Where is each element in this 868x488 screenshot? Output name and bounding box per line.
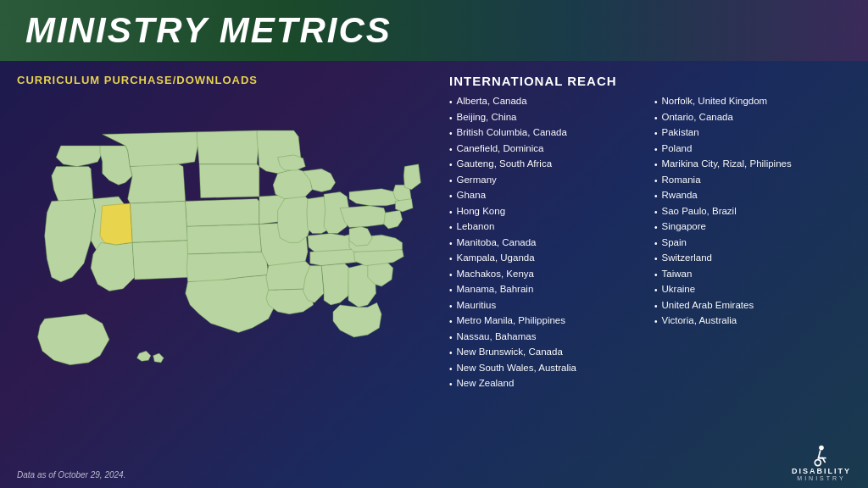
bullet-icon: • [654,269,658,281]
country-col-1: •Alberta, Canada•Beijing, China•British … [449,95,646,393]
footer-date: Data as of October 29, 2024. [17,470,125,480]
list-item: •Poland [654,142,851,156]
bullet-icon: • [449,269,453,281]
state-me [403,164,420,190]
logo-area: Disability Ministry [792,443,851,481]
list-item: •Spain [654,236,851,250]
list-item: •New South Wales, Australia [449,362,646,375]
list-item: •Sao Paulo, Brazil [654,205,851,219]
curriculum-section-title: Curriculum Purchase/Downloads [17,74,432,86]
main-content: Curriculum Purchase/Downloads [0,61,868,485]
bullet-icon: • [449,347,453,359]
countries-grid: •Alberta, Canada•Beijing, China•British … [449,95,851,393]
state-ny [349,189,400,206]
list-item: •Rwanda [654,189,851,202]
bullet-icon: • [654,159,658,171]
state-al [321,263,349,305]
list-item: •Ghana [449,189,646,202]
bullet-icon: • [654,253,658,265]
bullet-icon: • [654,222,658,234]
bullet-icon: • [449,316,453,328]
state-id [100,146,132,185]
bullet-icon: • [449,159,453,171]
svg-point-0 [819,446,824,451]
list-item: •Hong Kong [449,205,646,219]
bullet-icon: • [449,332,453,344]
list-item: •Manitoba, Canada [449,236,646,250]
bullet-icon: • [449,113,453,125]
state-wy [128,164,186,203]
bullet-icon: • [449,301,453,313]
us-map [17,93,432,415]
wheelchair-icon [810,443,833,467]
list-item: •Pakistan [654,126,851,140]
bullet-icon: • [449,379,453,391]
list-item: •Mauritius [449,299,646,313]
list-item: •Canefield, Dominica [449,142,646,156]
bullet-icon: • [654,113,658,125]
bullet-icon: • [654,301,658,313]
page-title: Ministry Metrics [25,10,392,51]
state-ne [186,199,259,227]
state-wa [56,146,102,167]
state-tx [186,275,275,333]
bullet-icon: • [449,253,453,265]
state-pa [340,206,386,228]
state-ut [100,203,132,245]
bullet-icon: • [449,207,453,219]
state-hi [137,351,151,361]
state-nm [132,241,190,280]
state-nd [197,130,259,164]
list-item: •Switzerland [654,252,851,265]
list-item: •Beijing, China [449,111,646,125]
list-item: •Singapore [654,220,851,234]
list-item: •United Arab Emirates [654,299,851,313]
state-ak [38,314,109,365]
list-item: •British Columbia, Canada [449,126,646,140]
bullet-icon: • [654,238,658,250]
bullet-icon: • [449,191,453,202]
state-ca [45,199,96,282]
bullet-icon: • [654,144,658,156]
bullet-icon: • [449,97,453,108]
state-fl [333,302,381,337]
country-col-2: •Norfolk, United Kingdom•Ontario, Canada… [654,95,851,393]
state-hi2 [153,353,164,363]
list-item: •Kampala, Uganda [449,252,646,265]
left-panel: Curriculum Purchase/Downloads [17,74,432,477]
logo-ministry-text: Ministry [797,475,845,481]
list-item: •Gauteng, South Africa [449,158,646,171]
list-item: •New Zealand [449,377,646,391]
state-ma-ct-ri [395,199,413,212]
bullet-icon: • [449,175,453,187]
svg-point-1 [815,460,821,466]
state-az [91,242,135,291]
list-item: •Norfolk, United Kingdom [654,95,851,108]
bullet-icon: • [654,128,658,140]
international-reach-title: International Reach [449,74,851,88]
list-item: •Lebanon [449,220,646,234]
bullet-icon: • [654,175,658,187]
list-item: •Romania [654,174,851,187]
list-item: •Victoria, Australia [654,314,851,328]
bullet-icon: • [654,316,658,328]
bullet-icon: • [449,128,453,140]
bullet-icon: • [654,191,658,202]
map-container [17,93,432,477]
bullet-icon: • [449,144,453,156]
list-item: •New Brunswick, Canada [449,346,646,359]
bullet-icon: • [654,285,658,297]
state-il [278,197,312,242]
list-item: •Nassau, Bahamas [449,330,646,344]
bullet-icon: • [654,207,658,219]
bullet-icon: • [449,222,453,234]
bullet-icon: • [654,97,658,108]
state-nj-de-md [384,210,403,229]
state-ks [186,225,261,254]
list-item: •Manama, Bahrain [449,283,646,297]
bullet-icon: • [449,285,453,297]
state-or [52,167,93,202]
list-item: •Machakos, Kenya [449,268,646,281]
list-item: •Alberta, Canada [449,95,646,108]
header-bar: Ministry Metrics [0,0,868,61]
